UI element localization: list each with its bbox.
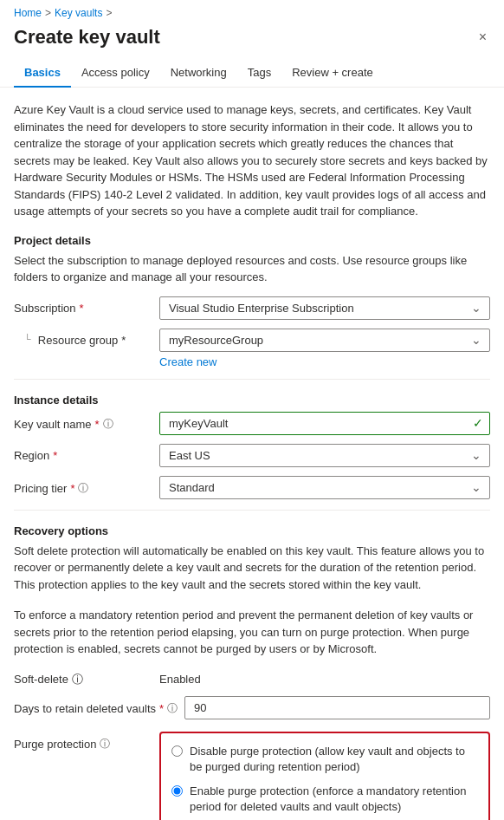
project-details-header: Project details — [14, 234, 490, 247]
purge-disable-label: Disable purge protection (allow key vaul… — [190, 744, 478, 775]
breadcrumb-sep2: > — [106, 7, 112, 19]
purge-disable-radio[interactable] — [171, 745, 183, 757]
days-retain-input[interactable] — [184, 696, 490, 719]
soft-delete-info-icon[interactable]: ⓘ — [72, 672, 83, 687]
purge-enable-radio[interactable] — [171, 785, 183, 797]
region-label: Region * — [14, 444, 152, 462]
purge-protection-info-icon[interactable]: ⓘ — [100, 737, 110, 752]
purge-disable-option: Disable purge protection (allow key vaul… — [171, 744, 478, 775]
page-header: Create key vault × — [0, 23, 504, 59]
recovery-options-header: Recovery options — [14, 524, 490, 537]
create-new-link[interactable]: Create new — [159, 355, 216, 368]
subscription-select-wrapper: Visual Studio Enterprise Subscription — [159, 296, 490, 320]
days-retain-row: Days to retain deleted vaults * ⓘ — [14, 696, 490, 719]
pricing-tier-info-icon[interactable]: ⓘ — [78, 481, 88, 496]
purge-protection-row: Purge protection ⓘ Disable purge protect… — [14, 728, 490, 821]
tab-networking[interactable]: Networking — [160, 59, 237, 88]
subscription-select[interactable]: Visual Studio Enterprise Subscription — [159, 296, 490, 320]
resource-group-select[interactable]: myResourceGroup — [159, 329, 490, 352]
pricing-tier-row: Pricing tier * ⓘ Standard — [14, 476, 490, 499]
recovery-text-2: To enforce a mandatory retention period … — [14, 607, 490, 658]
resource-group-required: * — [121, 334, 126, 347]
breadcrumb-home[interactable]: Home — [14, 7, 42, 19]
days-retain-control — [184, 696, 490, 719]
subscription-required: * — [80, 302, 84, 315]
key-vault-name-label: Key vault name * ⓘ — [14, 412, 152, 432]
pricing-tier-control: Standard — [159, 476, 490, 499]
description-text: Azure Key Vault is a cloud service used … — [14, 101, 490, 220]
recovery-text-1: Soft delete protection will automaticall… — [14, 543, 490, 594]
resource-group-label-wrapper: └ Resource group * — [14, 329, 152, 347]
subscription-row: Subscription * Visual Studio Enterprise … — [14, 296, 490, 320]
pricing-tier-select[interactable]: Standard — [159, 476, 490, 499]
main-content: Azure Key Vault is a cloud service used … — [0, 88, 504, 820]
close-button[interactable]: × — [475, 26, 490, 49]
days-retain-label: Days to retain deleted vaults * ⓘ — [14, 696, 178, 716]
key-vault-name-row: Key vault name * ⓘ ✓ — [14, 412, 490, 435]
purge-protection-label: Purge protection ⓘ — [14, 728, 152, 752]
region-select[interactable]: East US — [159, 444, 490, 467]
resource-group-select-wrapper: myResourceGroup — [159, 329, 490, 352]
subscription-label: Subscription * — [14, 296, 152, 315]
divider-1 — [14, 379, 490, 380]
resource-group-row: └ Resource group * myResourceGroup Creat… — [14, 329, 490, 368]
key-vault-name-info-icon[interactable]: ⓘ — [103, 417, 113, 432]
key-vault-name-input[interactable] — [159, 412, 490, 435]
key-vault-name-control: ✓ — [159, 412, 490, 435]
key-vault-name-input-wrapper: ✓ — [159, 412, 490, 435]
purge-enable-label: Enable purge protection (enforce a manda… — [190, 784, 478, 815]
soft-delete-value: Enabled — [159, 673, 201, 686]
tab-tags[interactable]: Tags — [237, 59, 281, 88]
page-title: Create key vault — [14, 26, 160, 49]
pricing-tier-label: Pricing tier * ⓘ — [14, 476, 152, 496]
pricing-tier-select-wrapper: Standard — [159, 476, 490, 499]
resource-group-label: Resource group — [38, 334, 119, 347]
tab-bar: Basics Access policy Networking Tags Rev… — [0, 59, 504, 88]
tab-review-create[interactable]: Review + create — [281, 59, 384, 88]
tab-access-policy[interactable]: Access policy — [71, 59, 160, 88]
indent-line: └ — [24, 334, 31, 344]
purge-protection-options: Disable purge protection (allow key vaul… — [159, 728, 490, 821]
subscription-control: Visual Studio Enterprise Subscription — [159, 296, 490, 320]
breadcrumb: Home > Key vaults > — [0, 0, 504, 23]
region-control: East US — [159, 444, 490, 467]
soft-delete-row: Soft-delete ⓘ Enabled — [14, 672, 490, 687]
divider-2 — [14, 510, 490, 511]
instance-details-header: Instance details — [14, 394, 490, 407]
tab-basics[interactable]: Basics — [14, 59, 71, 88]
region-row: Region * East US — [14, 444, 490, 467]
region-select-wrapper: East US — [159, 444, 490, 467]
project-details-subtext: Select the subscription to manage deploy… — [14, 252, 490, 286]
purge-enable-option: Enable purge protection (enforce a manda… — [171, 784, 478, 815]
resource-group-control: myResourceGroup Create new — [159, 329, 490, 368]
soft-delete-label: Soft-delete ⓘ — [14, 672, 152, 687]
breadcrumb-sep1: > — [45, 7, 51, 19]
days-retain-info-icon[interactable]: ⓘ — [167, 701, 178, 716]
purge-protection-box: Disable purge protection (allow key vaul… — [159, 732, 490, 821]
key-vault-name-valid-icon: ✓ — [473, 416, 483, 430]
breadcrumb-keyvaults[interactable]: Key vaults — [55, 7, 102, 19]
